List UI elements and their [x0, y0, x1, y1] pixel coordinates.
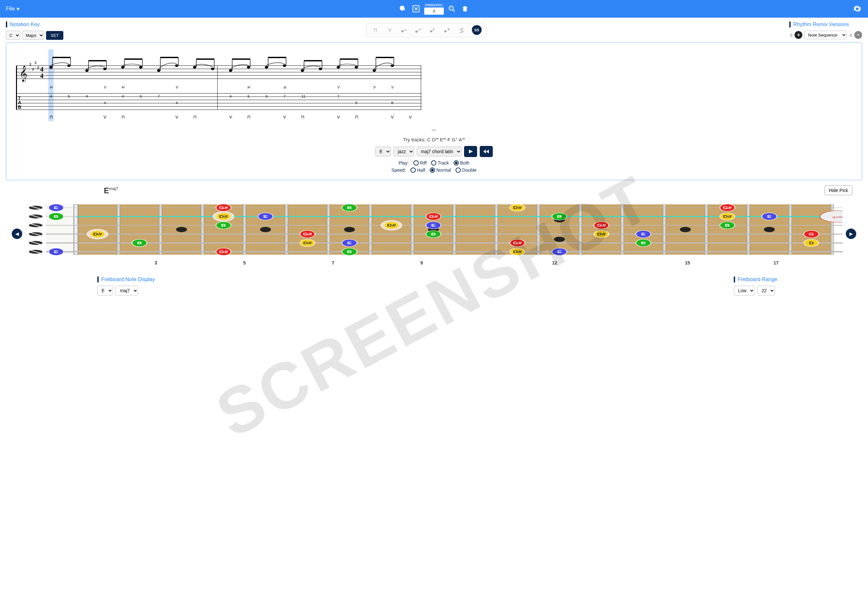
svg-rect-138: [705, 205, 708, 255]
svg-text:4: 4: [50, 95, 52, 98]
remove-remix-button[interactable]: −: [854, 31, 862, 39]
notation-toolbar: ⊓ V SS: [366, 23, 487, 37]
svg-rect-139: [747, 205, 749, 255]
top-toolbar: File ▾ measures:: [0, 0, 868, 18]
rewind-button[interactable]: [480, 146, 493, 157]
hide-pick-button[interactable]: Hide Pick: [825, 186, 852, 195]
notation-mode-select[interactable]: Major: [22, 31, 44, 40]
svg-text:⊓: ⊓: [355, 115, 358, 119]
svg-text:B: B: [221, 224, 226, 227]
svg-text:H: H: [248, 85, 250, 89]
play-button[interactable]: [464, 146, 477, 157]
svg-text:sl.: sl.: [284, 85, 287, 89]
svg-text:D: D: [809, 241, 814, 245]
radio-track[interactable]: Track: [431, 160, 449, 166]
fretboard-frets-select[interactable]: 22: [757, 286, 775, 296]
svg-text:V: V: [104, 115, 107, 119]
svg-rect-128: [285, 205, 288, 255]
set-button[interactable]: SET: [46, 31, 64, 40]
bend-icon[interactable]: [429, 26, 437, 34]
svg-point-67: [301, 69, 304, 72]
svg-text:V: V: [337, 85, 340, 89]
delete-note-icon[interactable]: [457, 26, 466, 34]
notation-key-select[interactable]: C: [6, 31, 20, 40]
brain-icon[interactable]: [398, 4, 408, 14]
svg-text:⊓: ⊓: [301, 115, 304, 119]
fretboard-display-title: Fretboard Note Display: [97, 277, 155, 282]
trash-icon[interactable]: [460, 4, 470, 14]
svg-text:guitar: guitar: [832, 215, 843, 219]
svg-text:♯: ♯: [32, 67, 34, 72]
fretboard-prev-button[interactable]: ◀: [12, 229, 22, 239]
svg-rect-140: [789, 205, 792, 255]
mute-icon[interactable]: [443, 26, 452, 34]
playback-key-select[interactable]: E: [375, 147, 391, 157]
svg-text:D#: D#: [513, 250, 522, 254]
svg-point-58: [247, 66, 250, 68]
downstroke-icon[interactable]: ⊓: [371, 26, 380, 34]
fretboard-note-display-section: Fretboard Note Display E maj7: [97, 277, 155, 296]
add-remix-button[interactable]: +: [795, 31, 802, 39]
svg-text:B: B: [137, 241, 142, 245]
svg-point-68: [319, 68, 322, 70]
svg-text:5: 5: [140, 95, 142, 98]
svg-text:E: E: [641, 232, 646, 236]
svg-text:4: 4: [40, 66, 43, 73]
upstroke-icon[interactable]: V: [386, 26, 394, 34]
radio-double[interactable]: Double: [456, 167, 476, 173]
svg-text:B: B: [18, 104, 21, 110]
fretboard-next-button[interactable]: ▶: [846, 229, 856, 239]
svg-text:⊓: ⊓: [193, 115, 197, 119]
radio-both[interactable]: Both: [454, 160, 470, 166]
rhythm-remix-title: Rhythm Remix Versions: [789, 22, 862, 28]
fret-numbers: 3579121517: [25, 260, 843, 265]
slide-icon[interactable]: [414, 26, 423, 34]
svg-text:H: H: [50, 85, 53, 89]
radio-half[interactable]: Half: [411, 167, 425, 173]
hammer-icon[interactable]: [400, 26, 409, 34]
measures-control: measures:: [424, 3, 444, 15]
radio-normal[interactable]: Normal: [430, 167, 451, 173]
resize-handle[interactable]: ═: [10, 127, 858, 133]
svg-point-53: [211, 68, 214, 70]
svg-text:4: 4: [104, 101, 106, 105]
svg-text:D#: D#: [387, 224, 396, 227]
svg-text:B: B: [54, 215, 59, 219]
fretboard-key-select[interactable]: E: [97, 286, 113, 296]
svg-point-142: [176, 227, 187, 232]
file-menu[interactable]: File ▾: [6, 6, 20, 12]
svg-point-4: [415, 31, 417, 33]
fretboard-section: ◀ EBG#D#EEBG#D#BG#EG#D#BEBD#G#EBD#G#D#BE…: [12, 202, 856, 265]
svg-text:V: V: [176, 85, 179, 89]
svg-rect-129: [327, 205, 330, 255]
svg-text:E: E: [767, 215, 772, 219]
fretboard-position-select[interactable]: Low: [734, 286, 755, 296]
svg-rect-132: [453, 205, 456, 255]
fretboard[interactable]: EBG#D#EEBG#D#BG#EG#D#BEBD#G#EBD#G#D#BEG#…: [25, 202, 843, 265]
svg-text:B: B: [557, 215, 562, 219]
svg-text:B: B: [347, 206, 352, 209]
remix-sequence-select[interactable]: Note Sequence: [804, 31, 847, 39]
svg-rect-135: [579, 205, 581, 255]
svg-text:G#: G#: [429, 215, 438, 219]
playback-chord-select[interactable]: maj7 chord latin: [417, 147, 462, 157]
play-mode-radios: Play: Riff Track Both: [10, 160, 858, 166]
ss-pick-icon[interactable]: SS: [472, 25, 482, 35]
measures-input[interactable]: [424, 8, 444, 15]
riff-generator-icon[interactable]: [411, 4, 421, 14]
svg-text:D#: D#: [303, 241, 312, 245]
playback-style-select[interactable]: jazz: [394, 147, 414, 157]
svg-text:11: 11: [301, 95, 305, 98]
svg-text:B: B: [725, 224, 730, 227]
settings-icon[interactable]: [852, 4, 862, 14]
svg-rect-126: [201, 205, 204, 255]
music-search-icon[interactable]: [447, 4, 457, 14]
svg-text:V: V: [373, 85, 376, 89]
svg-point-77: [373, 69, 376, 72]
radio-riff[interactable]: Riff: [414, 160, 427, 166]
fretboard-quality-select[interactable]: maj7: [116, 286, 138, 296]
svg-point-2: [449, 6, 453, 10]
notes-icon-2: ♫: [849, 33, 852, 37]
svg-point-149: [554, 237, 565, 242]
svg-point-62: [265, 66, 268, 68]
